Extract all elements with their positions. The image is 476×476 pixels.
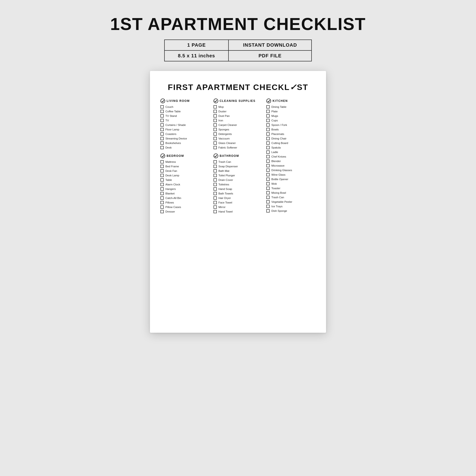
- checkbox[interactable]: [160, 187, 164, 191]
- checkbox[interactable]: [214, 178, 217, 182]
- checkbox[interactable]: [266, 187, 270, 190]
- item-label: Plate: [271, 110, 277, 113]
- checkbox[interactable]: [160, 201, 164, 204]
- checkbox[interactable]: [266, 205, 270, 208]
- item-label: Desk Lamp: [165, 174, 179, 177]
- section-header-bedroom: BEDROOM: [160, 153, 210, 158]
- checkbox[interactable]: [266, 110, 270, 113]
- checkbox[interactable]: [160, 123, 164, 127]
- checkbox[interactable]: [214, 105, 217, 108]
- checkbox[interactable]: [160, 160, 164, 164]
- list-item: Plate: [266, 110, 316, 113]
- checkbox[interactable]: [160, 205, 164, 209]
- checkbox[interactable]: [214, 146, 217, 149]
- section-check-icon: [214, 99, 218, 103]
- section-check-icon: [160, 99, 165, 103]
- checkbox[interactable]: [266, 105, 270, 108]
- checkbox[interactable]: [266, 141, 270, 145]
- item-label: Coasters: [165, 133, 176, 136]
- checkbox[interactable]: [214, 187, 217, 191]
- checkbox[interactable]: [266, 114, 270, 118]
- checkbox[interactable]: [214, 160, 217, 164]
- item-label: TV: [165, 119, 169, 122]
- checkbox[interactable]: [266, 132, 270, 136]
- list-item: Dust Pan: [214, 114, 263, 118]
- checkbox[interactable]: [160, 132, 164, 136]
- checkbox[interactable]: [214, 119, 217, 122]
- item-label: Bath Towels: [219, 192, 233, 195]
- item-label: Hand Soap: [219, 187, 232, 190]
- checkbox[interactable]: [160, 110, 164, 113]
- checkbox[interactable]: [214, 201, 217, 204]
- checkbox[interactable]: [214, 123, 217, 127]
- checkbox[interactable]: [214, 196, 217, 200]
- section-header-kitchen: KITCHEN: [266, 99, 316, 103]
- checkbox[interactable]: [266, 119, 270, 122]
- checkbox[interactable]: [214, 169, 217, 172]
- checkbox[interactable]: [266, 191, 270, 194]
- item-label: Blender: [271, 160, 281, 163]
- item-label: Mixing Bowl: [271, 191, 286, 194]
- checkbox[interactable]: [266, 151, 270, 154]
- item-label: Soap Dispenser: [219, 165, 238, 168]
- checkbox[interactable]: [160, 210, 164, 213]
- checkbox[interactable]: [160, 141, 164, 145]
- checkbox[interactable]: [160, 128, 164, 131]
- list-item: Streaming Device: [160, 137, 210, 140]
- checkbox[interactable]: [160, 119, 164, 122]
- checkbox[interactable]: [266, 182, 270, 186]
- checkbox[interactable]: [266, 155, 270, 158]
- checkbox[interactable]: [160, 114, 164, 118]
- checkbox[interactable]: [160, 196, 164, 200]
- checkbox[interactable]: [160, 146, 164, 149]
- checkbox[interactable]: [214, 128, 217, 131]
- item-label: Detergents: [219, 133, 232, 136]
- checkbox[interactable]: [214, 192, 217, 195]
- list-item: Hair Dryer: [214, 196, 263, 200]
- checkbox[interactable]: [214, 110, 217, 113]
- list-item: Soap Dispenser: [214, 165, 263, 168]
- checkbox[interactable]: [214, 132, 217, 136]
- checkbox[interactable]: [160, 169, 164, 172]
- checkbox[interactable]: [214, 165, 217, 168]
- checkbox[interactable]: [266, 159, 270, 163]
- list-item: Catch-All Bin: [160, 196, 210, 200]
- checkbox[interactable]: [214, 205, 217, 209]
- checkbox[interactable]: [266, 123, 270, 127]
- list-item: Placemats: [266, 132, 316, 136]
- list-item: TV Stand: [160, 114, 210, 118]
- checkbox[interactable]: [266, 137, 270, 140]
- checkbox[interactable]: [266, 178, 270, 181]
- item-label: Glass Cleaner: [219, 142, 236, 144]
- item-label: Bookshelves: [165, 142, 181, 144]
- checkbox[interactable]: [160, 178, 164, 182]
- list-item: Bath Mat: [214, 169, 263, 172]
- list-item: Desk: [160, 146, 210, 149]
- list-item: Toiletries: [214, 183, 263, 186]
- checkbox[interactable]: [266, 164, 270, 167]
- checkbox[interactable]: [266, 173, 270, 176]
- checkbox[interactable]: [266, 128, 270, 131]
- checkbox[interactable]: [160, 183, 164, 186]
- checkbox[interactable]: [214, 210, 217, 213]
- section-header-bathroom: BATHROOM: [214, 153, 263, 158]
- checkbox[interactable]: [266, 196, 270, 199]
- checkbox[interactable]: [266, 146, 270, 149]
- checkbox[interactable]: [214, 137, 217, 140]
- checkbox[interactable]: [214, 141, 217, 145]
- checkbox[interactable]: [160, 105, 164, 108]
- checkbox[interactable]: [160, 192, 164, 195]
- item-label: Spoon / Fork: [271, 123, 287, 126]
- list-item: Trash Can: [214, 160, 263, 164]
- checkbox[interactable]: [266, 169, 270, 172]
- checkbox[interactable]: [160, 137, 164, 140]
- checkbox[interactable]: [266, 200, 270, 204]
- checkbox[interactable]: [160, 165, 164, 168]
- list-item: Microwave: [266, 164, 316, 167]
- item-label: Hangers: [165, 187, 176, 190]
- checkbox[interactable]: [214, 114, 217, 118]
- checkbox[interactable]: [214, 183, 217, 186]
- checkbox[interactable]: [160, 174, 164, 177]
- checkbox[interactable]: [214, 174, 217, 177]
- checkbox[interactable]: [266, 209, 270, 213]
